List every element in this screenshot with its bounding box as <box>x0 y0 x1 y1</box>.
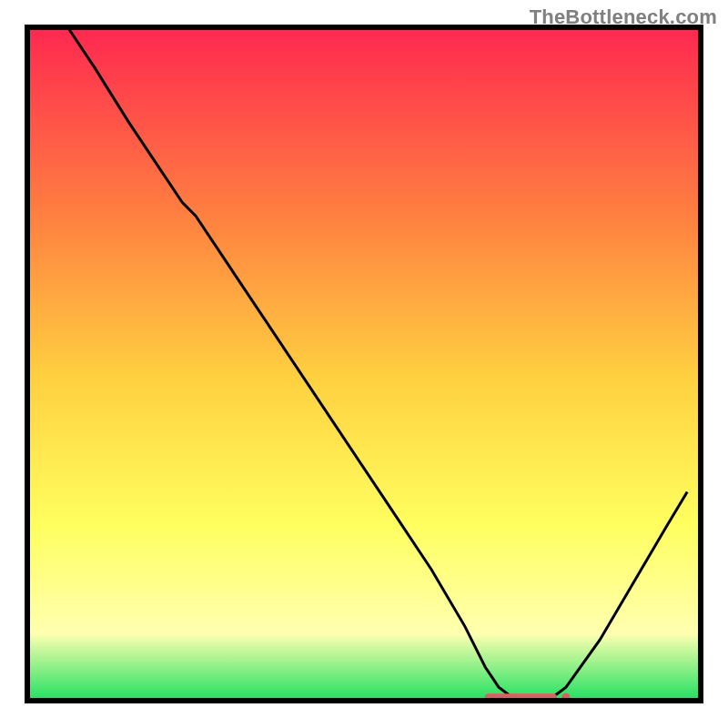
bottleneck-chart <box>0 0 728 728</box>
gradient-background <box>27 27 701 701</box>
chart-canvas: TheBottleneck.com <box>0 0 728 728</box>
